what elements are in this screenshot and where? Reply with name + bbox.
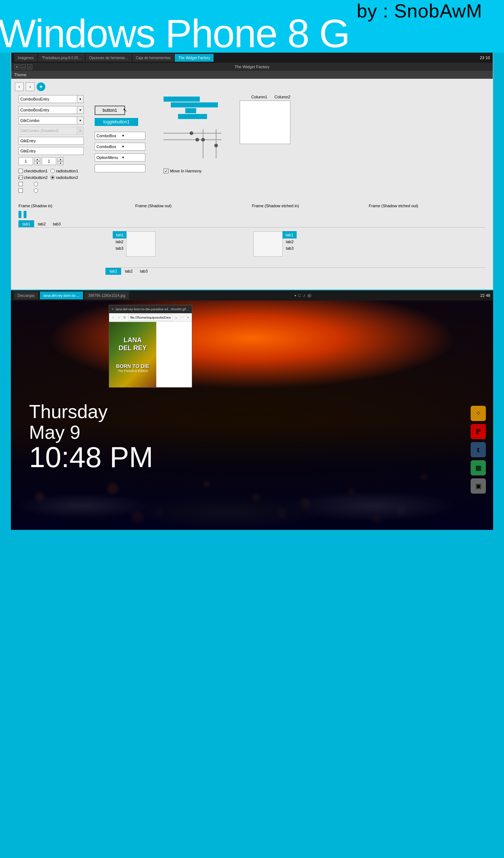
checkbox-1[interactable] [18, 169, 23, 173]
checkbox-4[interactable] [18, 188, 23, 193]
tab3-1[interactable]: tab3 [49, 221, 64, 227]
button1[interactable]: button1 ↖ [95, 106, 125, 115]
h-slider-handle-2[interactable] [195, 138, 199, 142]
gtk-entry-input-1[interactable] [18, 137, 84, 145]
vtab2-left[interactable]: tab2 [113, 238, 126, 245]
browser-home[interactable]: ⌂ [174, 315, 178, 320]
browser-close[interactable]: ✕ [111, 307, 114, 311]
header-title: Windows Phone 8 G [0, 10, 350, 53]
desktop-tab-descargas[interactable]: Descargas [14, 291, 38, 299]
browser-back[interactable]: ‹ [111, 315, 115, 320]
tab1-bottom[interactable]: tab1 [106, 268, 121, 275]
browser-url[interactable] [128, 314, 173, 321]
widgets-col4: Column1 Column2 [240, 95, 290, 193]
v-slider-handle-2[interactable] [214, 144, 218, 147]
checkbox-3[interactable] [18, 182, 23, 186]
tab3-bottom[interactable]: tab3 [136, 268, 151, 274]
vtab2-right[interactable]: tab2 [283, 238, 296, 245]
spin-btns-2: ▲ ▼ [58, 157, 63, 165]
browser-menu[interactable]: ⋯ [179, 315, 184, 320]
close-btn[interactable]: ✕ [14, 64, 19, 69]
combobox-2[interactable]: ComboBox ▼ [95, 143, 145, 151]
tab-caja[interactable]: Caja de herramientas [132, 54, 174, 62]
spin-up-2[interactable]: ▲ [58, 157, 63, 161]
spin-down-1[interactable]: ▼ [34, 161, 40, 165]
win-tabs: Imágenes *Pantallazo.png-8.0 (R... Opcio… [14, 54, 480, 62]
date-time-overlay: Thursday May 9 10:48 PM [29, 401, 153, 472]
tab-pantallazo[interactable]: *Pantallazo.png-8.0 (R... [38, 54, 85, 62]
option-menu[interactable]: OptionMenu ▼ [95, 154, 145, 162]
checkbox-2[interactable]: ✓ [18, 175, 23, 180]
browser-refresh[interactable]: ↻ [123, 315, 127, 320]
tray-icon-green[interactable]: ▦ [471, 460, 486, 475]
radio-circle-4[interactable] [34, 188, 38, 193]
tab-imagenes[interactable]: Imágenes [14, 54, 37, 62]
gtk-entry-input-2[interactable] [18, 147, 84, 155]
vtab-content-right [253, 231, 282, 257]
check-radio-section-2: ✓ checkbutton2 radiobutton2 [18, 175, 84, 180]
desktop-tab-lana[interactable]: lana-del-rey-born-to-... [40, 291, 83, 299]
next-btn[interactable]: › [26, 82, 34, 91]
togglebutton1[interactable]: togglebutton1 [95, 118, 138, 126]
move-harmony-check[interactable]: ✓ [164, 168, 169, 173]
scroll-handle-2[interactable] [24, 211, 26, 218]
day-name: Thursday [29, 401, 153, 422]
tab-row-1: tab1 tab2 tab3 [18, 220, 486, 228]
radio-2: radiobutton2 [50, 175, 78, 180]
combo-input-1[interactable] [18, 95, 77, 103]
gtk-combo-arrow-1[interactable]: ▼ [77, 117, 84, 124]
radio-label-1: radiobutton1 [56, 169, 78, 173]
tab-widget-factory[interactable]: The Widget Factory [175, 54, 214, 62]
minimize-btn[interactable]: — [21, 64, 26, 69]
vtab3-right[interactable]: tab3 [283, 245, 296, 252]
radio-circle-2[interactable] [50, 175, 55, 180]
spin-up-1[interactable]: ▲ [34, 157, 40, 161]
v-slider-track-2 [216, 129, 216, 158]
combo-arrow-1[interactable]: ▼ [77, 95, 84, 103]
spin-input-1[interactable] [18, 157, 33, 165]
cursor-icon: ↖ [123, 107, 127, 113]
radio-label-2: radiobutton2 [56, 175, 78, 180]
bar-2 [171, 102, 218, 107]
tray-icon-tumblr[interactable]: t [471, 442, 486, 457]
spin-down-2[interactable]: ▼ [58, 161, 63, 165]
tab1-active[interactable]: tab1 [18, 220, 34, 227]
browser-title: lana-del-rey-born-to-die-paradise-ed...0… [116, 307, 190, 311]
v-slider-handle-1[interactable] [201, 138, 205, 142]
tray-icon-pinterest[interactable]: P [471, 424, 486, 439]
option-extra [95, 164, 145, 172]
tray-icon-dots[interactable]: ⁘ [471, 406, 486, 421]
combobox-1[interactable]: ComboBox ▼ [95, 132, 145, 140]
radio-circle-3[interactable] [34, 182, 38, 186]
tab-opciones[interactable]: Opciones de herramie... [86, 54, 132, 62]
h-slider-track-2 [164, 139, 222, 140]
vtab-list-right: tab1 tab2 tab3 [282, 231, 296, 257]
combo-arrow-2[interactable]: ▼ [77, 106, 84, 114]
taskbar-sys-tray: ▪ □ ♪ ◎ [294, 293, 311, 298]
date-day: Thursday May 9 [29, 401, 153, 443]
menu-theme[interactable]: Theme [14, 73, 26, 77]
maximize-btn[interactable]: □ [27, 64, 32, 69]
scroll-handle-1[interactable] [18, 211, 21, 218]
win-titlebar: Imágenes *Pantallazo.png-8.0 (R... Opcio… [11, 53, 493, 63]
h-slider-handle-1[interactable] [190, 131, 193, 135]
vtab3-left[interactable]: tab3 [113, 245, 126, 252]
browser-addr-row: ‹ › ↻ ⌂ ⋯ + [109, 313, 192, 322]
vtab1-right[interactable]: tab1 [282, 231, 296, 238]
sys-icon-2: □ [298, 293, 301, 298]
desktop-tab-image[interactable]: 398795-1280x1024.jpg [84, 291, 129, 299]
browser-content: LANADEL REY BORN TO DIE The Paradise Edi… [109, 322, 192, 387]
tab2-bottom[interactable]: tab2 [121, 268, 136, 274]
prev-btn[interactable]: ‹ [15, 82, 24, 91]
tab2-1[interactable]: tab2 [34, 221, 49, 227]
browser-forward[interactable]: › [116, 315, 121, 320]
vtab1-left[interactable]: tab1 [113, 231, 127, 238]
album-artist: LANADEL REY [119, 336, 147, 352]
tray-icon-gray[interactable]: ▣ [471, 478, 486, 494]
radio-circle-1[interactable] [50, 169, 55, 173]
browser-new-tab[interactable]: + [186, 315, 190, 320]
spin-input-2[interactable] [42, 157, 56, 165]
combo-input-2[interactable] [18, 106, 77, 114]
move-harmony-row: ✓ Move In Harmony [164, 168, 229, 173]
add-btn[interactable]: + [37, 82, 45, 91]
